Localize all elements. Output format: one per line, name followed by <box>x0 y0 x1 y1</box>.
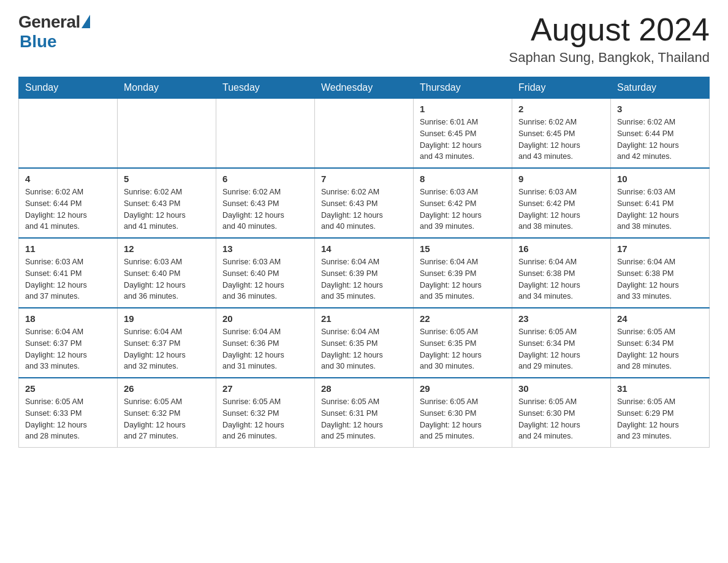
calendar-cell: 21Sunrise: 6:04 AMSunset: 6:35 PMDayligh… <box>315 308 414 378</box>
calendar-cell: 5Sunrise: 6:02 AMSunset: 6:43 PMDaylight… <box>118 168 216 238</box>
day-number: 9 <box>518 174 604 184</box>
day-info: Sunrise: 6:05 AMSunset: 6:32 PMDaylight:… <box>124 396 210 442</box>
calendar-cell: 27Sunrise: 6:05 AMSunset: 6:32 PMDayligh… <box>216 378 315 448</box>
calendar-cell: 25Sunrise: 6:05 AMSunset: 6:33 PMDayligh… <box>19 378 118 448</box>
logo-blue-text: Blue <box>20 32 57 52</box>
day-info: Sunrise: 6:03 AMSunset: 6:41 PMDaylight:… <box>617 186 703 232</box>
day-number: 13 <box>222 243 308 254</box>
calendar-cell <box>216 99 315 169</box>
calendar-cell: 18Sunrise: 6:04 AMSunset: 6:37 PMDayligh… <box>19 308 118 378</box>
calendar-cell: 4Sunrise: 6:02 AMSunset: 6:44 PMDaylight… <box>19 168 118 238</box>
calendar-cell: 29Sunrise: 6:05 AMSunset: 6:30 PMDayligh… <box>414 378 512 448</box>
day-info: Sunrise: 6:04 AMSunset: 6:38 PMDaylight:… <box>518 256 604 302</box>
day-number: 15 <box>420 243 506 254</box>
calendar-cell: 24Sunrise: 6:05 AMSunset: 6:34 PMDayligh… <box>611 308 710 378</box>
calendar-cell: 26Sunrise: 6:05 AMSunset: 6:32 PMDayligh… <box>118 378 216 448</box>
day-info: Sunrise: 6:05 AMSunset: 6:31 PMDaylight:… <box>321 396 407 442</box>
calendar-header-monday: Monday <box>118 77 216 99</box>
day-number: 3 <box>617 104 703 114</box>
day-info: Sunrise: 6:04 AMSunset: 6:37 PMDaylight:… <box>25 326 111 372</box>
calendar-cell: 8Sunrise: 6:03 AMSunset: 6:42 PMDaylight… <box>414 168 512 238</box>
day-info: Sunrise: 6:05 AMSunset: 6:34 PMDaylight:… <box>617 326 703 372</box>
day-info: Sunrise: 6:05 AMSunset: 6:34 PMDaylight:… <box>518 326 604 372</box>
calendar-cell: 9Sunrise: 6:03 AMSunset: 6:42 PMDaylight… <box>512 168 611 238</box>
calendar-cell <box>19 99 118 169</box>
calendar-header-saturday: Saturday <box>611 77 710 99</box>
day-number: 14 <box>321 243 407 254</box>
calendar-week-row: 18Sunrise: 6:04 AMSunset: 6:37 PMDayligh… <box>19 308 710 378</box>
day-number: 11 <box>25 243 111 254</box>
day-number: 30 <box>518 383 604 394</box>
calendar-header-wednesday: Wednesday <box>315 77 414 99</box>
calendar-header-tuesday: Tuesday <box>216 77 315 99</box>
calendar-cell: 31Sunrise: 6:05 AMSunset: 6:29 PMDayligh… <box>611 378 710 448</box>
calendar-cell: 28Sunrise: 6:05 AMSunset: 6:31 PMDayligh… <box>315 378 414 448</box>
day-info: Sunrise: 6:05 AMSunset: 6:35 PMDaylight:… <box>420 326 506 372</box>
calendar-cell: 14Sunrise: 6:04 AMSunset: 6:39 PMDayligh… <box>315 238 414 308</box>
day-info: Sunrise: 6:03 AMSunset: 6:40 PMDaylight:… <box>222 256 308 302</box>
day-info: Sunrise: 6:01 AMSunset: 6:45 PMDaylight:… <box>420 117 506 163</box>
calendar-week-row: 25Sunrise: 6:05 AMSunset: 6:33 PMDayligh… <box>19 378 710 448</box>
day-info: Sunrise: 6:04 AMSunset: 6:39 PMDaylight:… <box>420 256 506 302</box>
calendar-cell <box>118 99 216 169</box>
day-number: 16 <box>518 243 604 254</box>
day-number: 4 <box>25 174 111 184</box>
day-number: 2 <box>518 104 604 114</box>
day-info: Sunrise: 6:02 AMSunset: 6:45 PMDaylight:… <box>518 117 604 163</box>
calendar-cell: 10Sunrise: 6:03 AMSunset: 6:41 PMDayligh… <box>611 168 710 238</box>
calendar-week-row: 11Sunrise: 6:03 AMSunset: 6:41 PMDayligh… <box>19 238 710 308</box>
day-number: 25 <box>25 383 111 394</box>
day-info: Sunrise: 6:02 AMSunset: 6:44 PMDaylight:… <box>617 117 703 163</box>
calendar-cell: 19Sunrise: 6:04 AMSunset: 6:37 PMDayligh… <box>118 308 216 378</box>
calendar-header-sunday: Sunday <box>19 77 118 99</box>
day-info: Sunrise: 6:05 AMSunset: 6:29 PMDaylight:… <box>617 396 703 442</box>
calendar-cell: 16Sunrise: 6:04 AMSunset: 6:38 PMDayligh… <box>512 238 611 308</box>
day-info: Sunrise: 6:03 AMSunset: 6:42 PMDaylight:… <box>518 186 604 232</box>
month-year-title: August 2024 <box>509 12 710 47</box>
day-info: Sunrise: 6:02 AMSunset: 6:43 PMDaylight:… <box>222 186 308 232</box>
day-number: 5 <box>124 174 210 184</box>
title-section: August 2024 Saphan Sung, Bangkok, Thaila… <box>509 12 710 66</box>
logo-triangle-icon <box>82 15 90 28</box>
day-info: Sunrise: 6:04 AMSunset: 6:39 PMDaylight:… <box>321 256 407 302</box>
calendar-cell: 3Sunrise: 6:02 AMSunset: 6:44 PMDaylight… <box>611 99 710 169</box>
day-number: 19 <box>124 313 210 324</box>
location-subtitle: Saphan Sung, Bangkok, Thailand <box>509 50 710 66</box>
day-info: Sunrise: 6:02 AMSunset: 6:43 PMDaylight:… <box>124 186 210 232</box>
day-info: Sunrise: 6:05 AMSunset: 6:30 PMDaylight:… <box>518 396 604 442</box>
day-info: Sunrise: 6:03 AMSunset: 6:41 PMDaylight:… <box>25 256 111 302</box>
day-number: 24 <box>617 313 703 324</box>
calendar-cell: 23Sunrise: 6:05 AMSunset: 6:34 PMDayligh… <box>512 308 611 378</box>
day-number: 27 <box>222 383 308 394</box>
day-info: Sunrise: 6:04 AMSunset: 6:35 PMDaylight:… <box>321 326 407 372</box>
calendar-week-row: 1Sunrise: 6:01 AMSunset: 6:45 PMDaylight… <box>19 99 710 169</box>
calendar-cell: 12Sunrise: 6:03 AMSunset: 6:40 PMDayligh… <box>118 238 216 308</box>
calendar-cell: 6Sunrise: 6:02 AMSunset: 6:43 PMDaylight… <box>216 168 315 238</box>
day-number: 26 <box>124 383 210 394</box>
calendar-cell: 17Sunrise: 6:04 AMSunset: 6:38 PMDayligh… <box>611 238 710 308</box>
calendar-cell: 22Sunrise: 6:05 AMSunset: 6:35 PMDayligh… <box>414 308 512 378</box>
day-info: Sunrise: 6:02 AMSunset: 6:43 PMDaylight:… <box>321 186 407 232</box>
day-info: Sunrise: 6:05 AMSunset: 6:32 PMDaylight:… <box>222 396 308 442</box>
calendar-cell: 15Sunrise: 6:04 AMSunset: 6:39 PMDayligh… <box>414 238 512 308</box>
calendar-cell: 13Sunrise: 6:03 AMSunset: 6:40 PMDayligh… <box>216 238 315 308</box>
calendar-header-row: SundayMondayTuesdayWednesdayThursdayFrid… <box>19 77 710 99</box>
calendar-week-row: 4Sunrise: 6:02 AMSunset: 6:44 PMDaylight… <box>19 168 710 238</box>
day-number: 23 <box>518 313 604 324</box>
day-number: 17 <box>617 243 703 254</box>
calendar-header-thursday: Thursday <box>414 77 512 99</box>
day-number: 20 <box>222 313 308 324</box>
day-info: Sunrise: 6:03 AMSunset: 6:40 PMDaylight:… <box>124 256 210 302</box>
calendar-cell: 20Sunrise: 6:04 AMSunset: 6:36 PMDayligh… <box>216 308 315 378</box>
day-number: 22 <box>420 313 506 324</box>
day-number: 7 <box>321 174 407 184</box>
day-number: 29 <box>420 383 506 394</box>
logo-general-text: General <box>18 12 80 32</box>
day-info: Sunrise: 6:03 AMSunset: 6:42 PMDaylight:… <box>420 186 506 232</box>
calendar-cell <box>315 99 414 169</box>
calendar-cell: 2Sunrise: 6:02 AMSunset: 6:45 PMDaylight… <box>512 99 611 169</box>
day-info: Sunrise: 6:05 AMSunset: 6:33 PMDaylight:… <box>25 396 111 442</box>
calendar-cell: 11Sunrise: 6:03 AMSunset: 6:41 PMDayligh… <box>19 238 118 308</box>
day-number: 18 <box>25 313 111 324</box>
day-number: 1 <box>420 104 506 114</box>
